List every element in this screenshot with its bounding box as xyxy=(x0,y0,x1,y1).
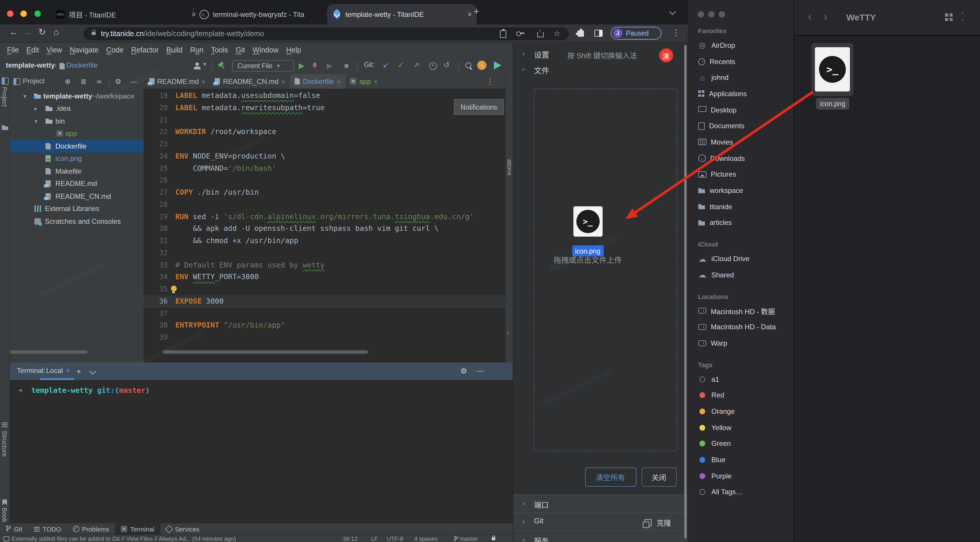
terminal-dropdown-chevron-icon[interactable] xyxy=(89,368,96,375)
drawer-section-端口[interactable]: ›端口 xyxy=(513,494,687,512)
new-tab-button[interactable]: + xyxy=(474,6,479,17)
stripe-structure-label[interactable]: Structure xyxy=(1,431,8,456)
git-branch[interactable]: master xyxy=(454,536,478,542)
file-upload-dropzone[interactable] xyxy=(533,89,677,451)
finder-forward-icon[interactable]: › xyxy=(824,11,827,23)
sidebar-item-macintosh-hd-data[interactable]: Macintosh HD - Data xyxy=(687,319,793,335)
sidebar-item-johnd[interactable]: ⌂johnd xyxy=(687,70,793,86)
menu-edit[interactable]: Edit xyxy=(23,46,42,54)
menu-navigate[interactable]: Navigate xyxy=(66,46,102,54)
inactive-minimize-button[interactable] xyxy=(708,11,714,17)
back-icon[interactable]: ← xyxy=(10,27,18,37)
user-icon[interactable] xyxy=(194,62,200,69)
drawer-section-服务[interactable]: ›服务 xyxy=(513,530,687,542)
status-message[interactable]: Externally added files can be added to G… xyxy=(12,536,236,542)
toolwindow-todo[interactable]: TODO xyxy=(28,523,67,534)
menu-build[interactable]: Build xyxy=(163,46,186,54)
inactive-zoom-button[interactable] xyxy=(718,11,725,17)
clipboard-icon[interactable] xyxy=(500,30,506,38)
zoom-window-button[interactable] xyxy=(34,11,41,17)
toolwindow-problems[interactable]: Problems xyxy=(67,523,115,534)
browser-tab-3-active[interactable]: template-wetty - TitanIDE × xyxy=(327,4,477,24)
menu-git[interactable]: Git xyxy=(232,46,248,54)
sidebar-item-shared[interactable]: ☁Shared xyxy=(687,267,793,283)
password-key-icon[interactable] xyxy=(516,31,521,36)
browser-menu-kebab-icon[interactable]: ⋮ xyxy=(672,28,680,37)
tree-chevron-icon[interactable]: ▾ xyxy=(34,118,37,124)
stripe-project-label[interactable]: Project xyxy=(1,87,8,107)
finder-back-icon[interactable]: ‹ xyxy=(808,11,812,23)
git-commit-check-icon[interactable]: ✓ xyxy=(398,60,404,69)
sidebar-item-downloads[interactable]: Downloads xyxy=(687,151,793,166)
file-name-label[interactable]: icon.png xyxy=(816,98,850,109)
chevron-down-icon[interactable]: ▼ xyxy=(202,62,207,67)
indent-setting[interactable]: 4 spaces xyxy=(414,536,438,542)
editor-tab-Dockerfile[interactable]: Dockerfile× xyxy=(290,74,345,89)
clone-button[interactable]: 克隆 xyxy=(645,517,671,528)
sidebar-item-movies[interactable]: Movies xyxy=(687,134,793,150)
expand-all-icon[interactable]: ≣ xyxy=(81,78,86,86)
close-tab-icon[interactable]: × xyxy=(282,78,285,85)
menu-window[interactable]: Window xyxy=(249,46,282,54)
history-clock-icon[interactable] xyxy=(430,62,437,70)
tree-item-Makefile[interactable]: Makefile xyxy=(10,165,143,177)
sidebar-item-icloud-drive[interactable]: ☁iCloud Drive xyxy=(687,251,793,267)
titanide-logo-icon[interactable] xyxy=(493,61,501,69)
intention-bulb-icon[interactable] xyxy=(171,285,177,292)
sidebar-item-airdrop[interactable]: ◎AirDrop xyxy=(687,37,793,53)
window-icon[interactable] xyxy=(3,536,10,541)
sort-chevrons-icon[interactable]: ⌃⌄ xyxy=(960,12,964,22)
sidebar-item-orange[interactable]: Orange xyxy=(687,403,793,419)
collapse-all-icon[interactable]: ≂ xyxy=(96,78,102,86)
sidebar-item-all-tags-[interactable]: All Tags… xyxy=(687,484,793,500)
bookmarks-flag-icon[interactable] xyxy=(2,499,7,505)
clear-all-button[interactable]: 清空所有 xyxy=(585,468,636,487)
expand-drawer-chevron-icon[interactable]: › xyxy=(507,329,509,336)
drawer-section-Git[interactable]: ›Git克隆 xyxy=(513,512,687,530)
home-icon[interactable]: ⌂ xyxy=(54,27,59,37)
caret-position[interactable]: 36:12 xyxy=(343,536,358,542)
sidebar-item-pictures[interactable]: Pictures xyxy=(687,166,793,182)
sidebar-item-warp[interactable]: Warp xyxy=(687,335,793,351)
menu-run[interactable]: Run xyxy=(187,46,207,54)
tree-item-README_CN.md[interactable]: README_CN.md xyxy=(10,190,143,203)
terminal-settings-gear-icon[interactable]: ⚙ xyxy=(460,366,467,375)
tree-item-README.md[interactable]: README.md xyxy=(10,177,143,190)
sidebar-item-applications[interactable]: Applications xyxy=(687,86,793,102)
tree-item-app[interactable]: >app xyxy=(10,127,143,140)
undo-icon[interactable]: ↺ xyxy=(443,60,450,69)
sidebar-item-purple[interactable]: Purple xyxy=(687,468,793,484)
code-editor[interactable]: 1920212223242526272829303132333435363738… xyxy=(143,89,505,363)
tree-item-.idea[interactable]: ▸.idea xyxy=(10,102,143,115)
tree-chevron-icon[interactable]: ▸ xyxy=(34,106,37,112)
minimize-terminal-icon[interactable]: — xyxy=(477,366,484,375)
run-icon[interactable]: ▶ xyxy=(299,61,304,70)
menu-file[interactable]: File xyxy=(3,46,22,54)
menu-help[interactable]: Help xyxy=(283,46,304,54)
sidebar-item-yellow[interactable]: Yellow xyxy=(687,420,793,436)
sidebar-item-blue[interactable]: Blue xyxy=(687,452,793,468)
profile-button[interactable]: J Paused xyxy=(611,27,662,40)
toolwindow-git[interactable]: Git xyxy=(0,523,28,534)
tree-item-template-wetty[interactable]: ▾template-wetty ~/workspace xyxy=(10,90,143,102)
project-tool-icon[interactable] xyxy=(2,78,9,84)
build-hammer-icon[interactable] xyxy=(218,62,226,69)
gear-icon[interactable]: ⚙ xyxy=(115,78,121,86)
run-dim-icon[interactable]: ▶ xyxy=(327,61,332,70)
tree-item-icon.png[interactable]: icon.png xyxy=(10,152,143,165)
tree-chevron-icon[interactable]: ▾ xyxy=(23,93,26,99)
selected-file-tile[interactable]: >_ xyxy=(811,43,853,96)
forward-icon[interactable]: → xyxy=(23,27,32,37)
upload-orange-icon[interactable]: ↑ xyxy=(477,60,487,70)
tree-item-External Libraries[interactable]: External Libraries xyxy=(10,203,143,215)
tree-item-Dockerfile[interactable]: Dockerfile xyxy=(10,140,143,152)
sidebar-item-articles[interactable]: articles xyxy=(687,215,793,231)
toolwindow-services[interactable]: Services xyxy=(160,523,205,534)
menu-tools[interactable]: Tools xyxy=(208,46,232,54)
run-config-select[interactable]: Current File▼ xyxy=(232,60,294,72)
sidebar-item-recents[interactable]: Recents xyxy=(687,53,793,69)
close-tab-icon[interactable]: × xyxy=(468,10,472,19)
url-text[interactable]: try.titanide.cn/ide/web/coding/template-… xyxy=(101,29,264,38)
tree-item-Scratches and Consoles[interactable]: Scratches and Consoles xyxy=(10,215,143,228)
terminal-output[interactable]: ➜ template-wetty git:(master) xyxy=(18,386,150,395)
